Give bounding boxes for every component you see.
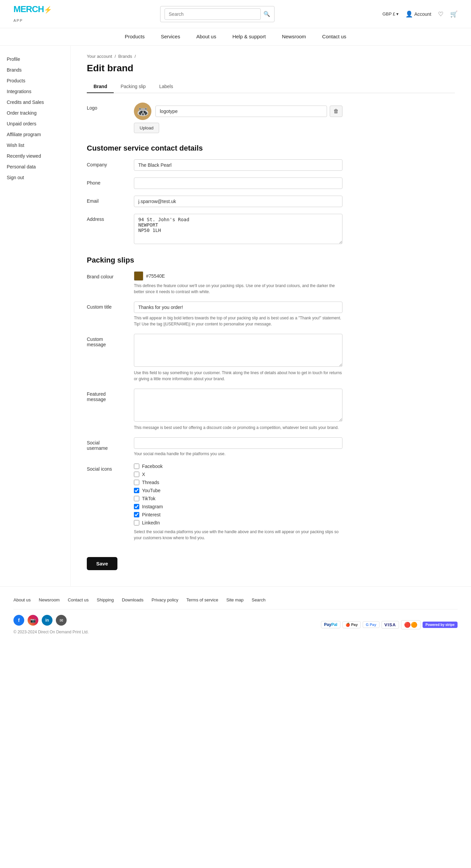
colour-hex-value: #75540E — [146, 273, 165, 279]
footer-shipping[interactable]: Shipping — [97, 597, 114, 602]
footer-copyright: © 2023-2024 Direct On Demand Print Ltd. — [13, 630, 89, 634]
custom-title-input[interactable] — [134, 302, 343, 313]
checkbox-facebook[interactable]: Facebook — [134, 464, 343, 469]
nav-item-newsroom[interactable]: Newsroom — [274, 28, 314, 45]
wishlist-icon[interactable]: ♡ — [438, 10, 443, 18]
footer-search[interactable]: Search — [252, 597, 265, 602]
checkbox-instagram[interactable]: Instagram — [134, 504, 343, 509]
custom-message-input[interactable] — [134, 334, 343, 367]
sidebar-item-order-tracking[interactable]: Order tracking — [7, 107, 64, 118]
footer-privacy[interactable]: Privacy policy — [152, 597, 178, 602]
tab-labels[interactable]: Labels — [152, 80, 180, 93]
logo-filename-input[interactable] — [155, 105, 327, 117]
checkbox-pinterest[interactable]: Pinterest — [134, 512, 343, 517]
brand-colour-label: Brand colour — [87, 271, 134, 279]
social-username-hint: Your social media handle for the platfor… — [134, 451, 343, 457]
search-input[interactable] — [165, 8, 261, 20]
featured-message-row: Featuredmessage This message is best use… — [87, 389, 343, 431]
header: MERCH⚡ APP 🔍 GBP £ ▾ 👤 Account ♡ 🛒 Produ… — [0, 0, 471, 46]
social-icons-control: Facebook X Threads YouTube TikTok — [134, 464, 343, 541]
company-input[interactable] — [134, 159, 343, 171]
checkbox-tiktok-input[interactable] — [134, 496, 139, 501]
social-icons-label: Social icons — [87, 464, 134, 472]
email-row: Email — [87, 196, 343, 207]
social-username-control: Your social media handle for the platfor… — [134, 437, 343, 457]
sidebar-item-unpaid-orders[interactable]: Unpaid orders — [7, 118, 64, 129]
phone-input[interactable] — [134, 178, 343, 189]
checkbox-youtube[interactable]: YouTube — [134, 488, 343, 493]
footer-linkedin-icon[interactable]: in — [42, 615, 53, 626]
tab-packing-slip[interactable]: Packing slip — [114, 80, 152, 93]
custom-title-label: Custom title — [87, 302, 134, 310]
nav-item-about[interactable]: About us — [188, 28, 224, 45]
upload-button[interactable]: Upload — [134, 123, 159, 133]
footer-terms[interactable]: Terms of service — [186, 597, 218, 602]
custom-message-control: Use this field to say something to your … — [134, 334, 343, 382]
breadcrumb-brands[interactable]: Brands — [118, 54, 132, 59]
nav-item-services[interactable]: Services — [153, 28, 188, 45]
sidebar-item-wishlist[interactable]: Wish list — [7, 140, 64, 151]
sidebar-item-integrations[interactable]: Integrations — [7, 86, 64, 97]
sidebar-item-affiliate[interactable]: Affiliate program — [7, 129, 64, 140]
footer-instagram-icon[interactable]: 📷 — [28, 615, 38, 626]
sidebar-item-credits[interactable]: Credits and Sales — [7, 97, 64, 107]
checkbox-pinterest-input[interactable] — [134, 512, 139, 517]
sidebar-item-recently-viewed[interactable]: Recently viewed — [7, 151, 64, 161]
currency-selector[interactable]: GBP £ ▾ — [383, 11, 399, 17]
custom-message-row: Custommessage Use this field to say some… — [87, 334, 343, 382]
footer-about[interactable]: About us — [13, 597, 31, 602]
footer-sitemap[interactable]: Site map — [227, 597, 243, 602]
account-icon: 👤 — [405, 10, 413, 18]
page-title: Edit brand — [87, 63, 455, 73]
sidebar-item-sign-out[interactable]: Sign out — [7, 172, 64, 183]
social-username-input[interactable] — [134, 437, 343, 449]
checkbox-threads-input[interactable] — [134, 480, 139, 485]
social-username-label: Socialusername — [87, 437, 134, 451]
main-content: Your account / Brands / Edit brand Brand… — [71, 46, 471, 586]
applepay-badge: 🍎 Pay — [343, 621, 361, 628]
address-input[interactable]: 94 St. John's Road NEWPORT NP50 1LH — [134, 214, 343, 244]
checkbox-tiktok[interactable]: TikTok — [134, 496, 343, 501]
header-right: GBP £ ▾ 👤 Account ♡ 🛒 — [383, 10, 458, 18]
footer-newsroom[interactable]: Newsroom — [39, 597, 60, 602]
nav-item-help[interactable]: Help & support — [225, 28, 274, 45]
sidebar-item-personal-data[interactable]: Personal data — [7, 161, 64, 172]
cart-icon[interactable]: 🛒 — [450, 10, 458, 18]
tab-brand[interactable]: Brand — [87, 80, 114, 93]
sidebar-item-brands[interactable]: Brands — [7, 65, 64, 75]
visa-badge: VISA — [382, 621, 399, 629]
footer-contact[interactable]: Contact us — [68, 597, 88, 602]
delete-logo-button[interactable]: 🗑 — [330, 105, 343, 117]
nav-item-contact[interactable]: Contact us — [314, 28, 355, 45]
sidebar-item-profile[interactable]: Profile — [7, 54, 64, 65]
breadcrumb-account[interactable]: Your account — [87, 54, 112, 59]
checkbox-youtube-input[interactable] — [134, 488, 139, 493]
footer-facebook-icon[interactable]: f — [13, 615, 24, 626]
featured-message-input[interactable] — [134, 389, 343, 422]
checkbox-instagram-input[interactable] — [134, 504, 139, 509]
logo[interactable]: MERCH⚡ APP — [13, 4, 52, 24]
stripe-badge: Powered by stripe — [422, 622, 458, 628]
nav-item-products[interactable]: Products — [117, 28, 153, 45]
save-button[interactable]: Save — [87, 557, 117, 570]
footer-email-icon[interactable]: ✉ — [56, 615, 67, 626]
footer-downloads[interactable]: Downloads — [122, 597, 143, 602]
email-input[interactable] — [134, 196, 343, 207]
sidebar: Profile Brands Products Integrations Cre… — [0, 46, 71, 586]
footer-links: About us Newsroom Contact us Shipping Do… — [13, 597, 458, 602]
sidebar-item-products[interactable]: Products — [7, 75, 64, 86]
logo-control: 🦝 🗑 Upload — [134, 102, 343, 133]
search-bar[interactable]: 🔍 — [160, 6, 274, 22]
mastercard-badge: 🔴🟠 — [401, 620, 420, 629]
colour-swatch[interactable] — [134, 271, 143, 281]
phone-row: Phone — [87, 178, 343, 189]
breadcrumb: Your account / Brands / — [87, 54, 455, 59]
checkbox-x[interactable]: X — [134, 472, 343, 477]
checkbox-linkedin-input[interactable] — [134, 520, 139, 525]
checkbox-facebook-input[interactable] — [134, 464, 139, 469]
checkbox-linkedin[interactable]: LinkedIn — [134, 520, 343, 525]
custom-title-hint: This will appear in big bold letters tow… — [134, 315, 343, 327]
checkbox-threads[interactable]: Threads — [134, 480, 343, 485]
account-link[interactable]: 👤 Account — [405, 10, 431, 18]
checkbox-x-input[interactable] — [134, 472, 139, 477]
